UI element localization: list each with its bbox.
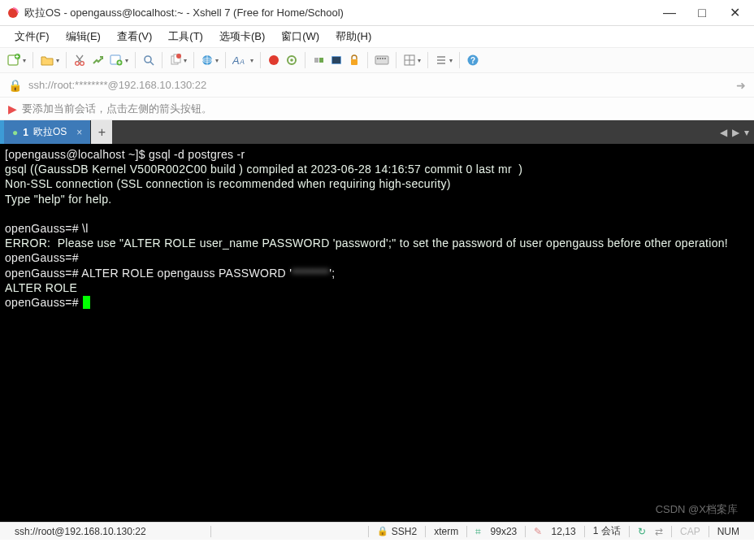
tab-prev-button[interactable]: ◀ bbox=[720, 127, 727, 138]
svg-rect-21 bbox=[332, 57, 340, 63]
svg-rect-18 bbox=[314, 58, 318, 63]
app-icon bbox=[6, 7, 20, 20]
help-button[interactable]: ? bbox=[465, 52, 481, 68]
tab-add-button[interactable]: + bbox=[91, 120, 112, 144]
status-term: xterm bbox=[426, 526, 466, 537]
titlebar: 欧拉OS - opengauss@localhost:~ - Xshell 7 … bbox=[0, 0, 754, 26]
addressbar: 🔒 ssh://root:********@192.168.10.130:22 … bbox=[0, 73, 754, 98]
cut-button[interactable] bbox=[72, 52, 88, 68]
terminal-line: Type "help" for help. bbox=[5, 192, 749, 206]
search-button[interactable] bbox=[141, 52, 157, 68]
globe-button[interactable]: ▾ bbox=[199, 52, 220, 68]
tabstrip: ● 1 欧拉OS × + ◀ ▶ ▾ bbox=[0, 120, 754, 144]
tab-label: 欧拉OS bbox=[33, 125, 67, 139]
menu-item[interactable]: 编辑(E) bbox=[58, 27, 109, 46]
new-session-button[interactable]: ▾ bbox=[5, 51, 28, 69]
svg-rect-27 bbox=[384, 58, 386, 59]
toolbar-separator bbox=[459, 52, 460, 68]
window-controls: — □ ✕ bbox=[661, 5, 748, 20]
svg-point-10 bbox=[176, 54, 181, 59]
status-protocol: 🔒SSH2 bbox=[369, 526, 425, 537]
terminal-line: openGauss=# bbox=[5, 250, 749, 265]
address-text[interactable]: ssh://root:********@192.168.10.130:22 bbox=[28, 79, 730, 91]
lock-icon: 🔒 bbox=[377, 526, 388, 536]
toolbar-separator bbox=[260, 52, 261, 68]
gear-button[interactable] bbox=[284, 52, 300, 68]
toolbar-separator bbox=[193, 52, 194, 68]
arrow-right-icon[interactable]: ➜ bbox=[736, 79, 746, 92]
lock-icon: 🔒 bbox=[8, 79, 22, 92]
svg-point-15 bbox=[269, 55, 279, 65]
menu-item[interactable]: 工具(T) bbox=[160, 27, 211, 46]
toolbar-separator bbox=[66, 52, 67, 68]
toolbar-separator bbox=[396, 52, 396, 68]
properties-button[interactable]: ▾ bbox=[107, 51, 130, 69]
toolbar-separator bbox=[32, 52, 33, 68]
toolbar-separator bbox=[427, 52, 428, 68]
terminal-area: [opengauss@localhost ~]$ gsql -d postgre… bbox=[0, 144, 754, 522]
terminal-line: [opengauss@localhost ~]$ gsql -d postgre… bbox=[5, 147, 749, 162]
statusbar: ssh://root@192.168.10.130:22 🔒SSH2 xterm… bbox=[0, 522, 754, 540]
terminal-line: ERROR: Please use "ALTER ROLE user_name … bbox=[5, 236, 749, 250]
minimize-button[interactable]: — bbox=[661, 6, 678, 20]
status-cap: CAP bbox=[672, 526, 708, 537]
tab-next-button[interactable]: ▶ bbox=[732, 127, 739, 138]
status-connection: ssh://root@192.168.10.130:22 bbox=[6, 526, 210, 537]
svg-rect-24 bbox=[377, 58, 379, 59]
status-sessions: 1 会话 bbox=[585, 524, 629, 538]
tab-status-dot: ● bbox=[12, 127, 18, 138]
status-cursor: ✎ 12,13 bbox=[526, 526, 583, 537]
svg-point-17 bbox=[290, 59, 293, 62]
terminal-line: ALTER ROLE bbox=[5, 280, 749, 295]
menu-item[interactable]: 选项卡(B) bbox=[211, 27, 273, 46]
svg-rect-23 bbox=[375, 56, 388, 64]
menu-item[interactable]: 窗口(W) bbox=[273, 27, 327, 46]
tab-close-button[interactable]: × bbox=[76, 127, 82, 138]
tab-menu-button[interactable]: ▾ bbox=[744, 127, 749, 138]
terminal-line: openGauss=# ALTER ROLE opengauss PASSWOR… bbox=[5, 266, 749, 280]
tab-index: 1 bbox=[23, 127, 28, 138]
toolbar-separator bbox=[367, 52, 368, 68]
status-size: ⌗ 99x23 bbox=[467, 526, 525, 537]
menu-item[interactable]: 帮助(H) bbox=[327, 27, 379, 46]
svg-rect-19 bbox=[319, 58, 323, 63]
svg-point-3 bbox=[76, 62, 80, 66]
tab-active[interactable]: ● 1 欧拉OS × bbox=[4, 120, 91, 144]
svg-rect-25 bbox=[379, 58, 381, 59]
tabstrip-nav: ◀ ▶ ▾ bbox=[720, 120, 749, 144]
terminal-line: Non-SSL connection (SSL connection is re… bbox=[5, 176, 749, 191]
terminal[interactable]: [opengauss@localhost ~]$ gsql -d postgre… bbox=[0, 144, 754, 522]
svg-point-7 bbox=[145, 56, 151, 63]
svg-rect-22 bbox=[351, 59, 358, 65]
status-reconnect[interactable]: ↻ ⇄ bbox=[630, 526, 671, 537]
list-button[interactable]: ▾ bbox=[433, 52, 454, 68]
terminal-line: openGauss=# \l bbox=[5, 221, 749, 236]
svg-point-4 bbox=[80, 62, 84, 66]
copy-button[interactable]: ▾ bbox=[167, 52, 188, 68]
toolbar-separator bbox=[225, 52, 226, 68]
font-button[interactable]: AA▾ bbox=[231, 52, 255, 68]
menu-item[interactable]: 查看(V) bbox=[109, 27, 160, 46]
svg-rect-26 bbox=[382, 58, 384, 59]
close-button[interactable]: ✕ bbox=[726, 5, 743, 20]
toolbar-separator bbox=[305, 52, 306, 68]
menubar: 文件(F)编辑(E)查看(V)工具(T)选项卡(B)窗口(W)帮助(H) bbox=[0, 26, 754, 47]
hintbar: ▶ 要添加当前会话，点击左侧的箭头按钮。 bbox=[0, 98, 754, 120]
toolbar-separator bbox=[162, 52, 162, 68]
hint-text: 要添加当前会话，点击左侧的箭头按钮。 bbox=[22, 102, 212, 116]
keyboard-button[interactable] bbox=[373, 53, 391, 67]
layout-button[interactable]: ▾ bbox=[401, 52, 422, 68]
menu-item[interactable]: 文件(F) bbox=[6, 27, 58, 46]
status-num: NUM bbox=[709, 526, 748, 537]
disconnect-button[interactable] bbox=[310, 52, 327, 68]
toolbar-separator bbox=[135, 52, 136, 68]
terminal-line: openGauss=# bbox=[5, 295, 749, 310]
maximize-button[interactable]: □ bbox=[694, 6, 710, 20]
lock-button[interactable] bbox=[346, 52, 362, 68]
svg-text:?: ? bbox=[470, 56, 475, 65]
terminal-button[interactable] bbox=[328, 52, 344, 68]
xshell-button[interactable] bbox=[266, 52, 282, 68]
open-button[interactable]: ▾ bbox=[38, 51, 61, 69]
connect-button[interactable] bbox=[89, 52, 106, 68]
window-title: 欧拉OS - opengauss@localhost:~ - Xshell 7 … bbox=[24, 6, 661, 20]
